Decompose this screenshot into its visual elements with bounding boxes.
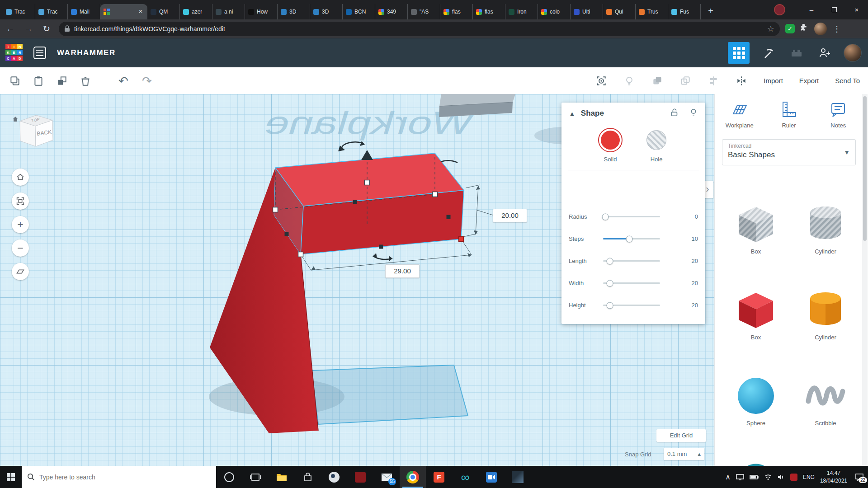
export-button[interactable]: Export (797, 73, 821, 88)
browser-tab[interactable]: 3D (278, 4, 310, 19)
maximize-button[interactable] (823, 0, 845, 19)
delete-button[interactable] (77, 72, 94, 89)
model-box-selected[interactable] (274, 153, 464, 254)
notes-tool[interactable]: Notes (816, 100, 861, 129)
hide-button[interactable] (621, 72, 638, 89)
address-bar[interactable]: tinkercad.com/things/dtkWOGVCgqe-warhamm… (59, 22, 780, 36)
cortana-button[interactable] (216, 466, 242, 488)
store-button[interactable] (295, 466, 321, 488)
browser-tab[interactable]: Ulti (571, 4, 603, 19)
browser-tab[interactable]: 3D (310, 4, 343, 19)
forward-button[interactable]: → (21, 21, 36, 37)
fit-view-button[interactable] (12, 192, 29, 210)
file-explorer-button[interactable] (269, 466, 295, 488)
msi-tray-icon[interactable] (790, 474, 797, 481)
slider-knob[interactable] (626, 235, 632, 242)
dimension-height-input[interactable]: 20.00 (493, 209, 527, 222)
browser-tab[interactable]: a ni (212, 4, 245, 19)
sidebar-scrollbar[interactable] (862, 94, 868, 466)
slider-value[interactable]: 10 (660, 235, 698, 242)
scrollbar-thumb[interactable] (863, 96, 867, 241)
infinity-app-button[interactable]: ∞ (452, 466, 478, 488)
gray-box-model[interactable] (439, 94, 515, 117)
lock-button[interactable] (670, 108, 679, 119)
design-menu-icon[interactable] (33, 47, 46, 59)
browser-tab[interactable]: azer (180, 4, 212, 19)
home-view-icon[interactable] (13, 117, 18, 122)
hole-option[interactable]: Hole (644, 128, 669, 163)
mirror-button[interactable] (733, 72, 750, 89)
snap-grid-dropdown[interactable]: 0.1 mm ▴ (664, 448, 704, 460)
slider-knob[interactable] (607, 258, 613, 264)
shape-partial-right[interactable] (792, 455, 859, 466)
browser-tab[interactable]: flas (473, 4, 505, 19)
import-button[interactable]: Import (761, 73, 786, 88)
tinkercad-logo[interactable]: TIN KER CAD (5, 44, 24, 62)
chrome-update-icon[interactable] (774, 4, 785, 15)
start-button[interactable] (0, 466, 22, 488)
shape-cylinder-orange[interactable]: Cylinder (792, 287, 859, 341)
workplane-tool[interactable]: Workplane (717, 100, 762, 129)
slider-track[interactable] (603, 305, 660, 306)
paste-button[interactable] (30, 72, 47, 89)
shape-partial-left[interactable] (722, 455, 790, 466)
collaborate-button[interactable] (816, 44, 834, 62)
taskbar-search[interactable] (22, 466, 216, 488)
dimension-width-input[interactable]: 29.00 (385, 264, 420, 278)
design-title[interactable]: WARHAMMER (57, 48, 116, 57)
task-view-button[interactable] (242, 466, 269, 488)
msi-center-button[interactable] (347, 466, 373, 488)
visibility-button[interactable] (689, 108, 698, 119)
slider-knob[interactable] (607, 280, 613, 286)
edit-grid-button[interactable]: Edit Grid (656, 429, 706, 442)
slider-track[interactable] (603, 260, 660, 262)
search-input[interactable] (39, 474, 193, 481)
action-center-button[interactable]: 22 (853, 470, 866, 484)
browser-tab[interactable]: "AS (408, 4, 440, 19)
shape-cylinder-striped[interactable]: Cylinder (792, 202, 859, 255)
new-tab-button[interactable]: + (704, 5, 717, 18)
ungroup-button[interactable] (677, 72, 694, 89)
browser-tab[interactable]: Mail (68, 4, 100, 19)
browser-tab[interactable]: Qul (603, 4, 636, 19)
minimize-button[interactable]: – (800, 0, 823, 19)
browser-tab[interactable]: Trac (3, 4, 35, 19)
ruler-tool[interactable]: Ruler (766, 100, 811, 129)
battery-icon[interactable] (750, 474, 759, 480)
browser-tab[interactable]: How (245, 4, 278, 19)
slider-knob[interactable] (607, 302, 613, 309)
browser-tab[interactable]: Iron (505, 4, 538, 19)
send-to-button[interactable]: Send To (832, 73, 863, 88)
view-cube[interactable]: TOP BACK (12, 109, 57, 150)
shape-sphere[interactable]: Sphere (722, 373, 790, 427)
browser-tab[interactable]: Fus (668, 4, 701, 19)
browser-tab-active[interactable]: × (100, 4, 147, 19)
slider-track[interactable] (603, 282, 660, 284)
camera-app-button[interactable] (478, 466, 505, 488)
tab-close-icon[interactable]: × (137, 8, 144, 15)
chrome-taskbar-button[interactable] (400, 466, 426, 488)
zoom-in-button[interactable]: + (12, 216, 29, 233)
browser-tab[interactable]: QM (147, 4, 180, 19)
raise-cone-handle[interactable] (361, 150, 373, 160)
zoom-out-button[interactable]: − (12, 239, 29, 257)
display-icon[interactable] (736, 474, 744, 480)
blocks-pickaxe-button[interactable] (760, 44, 778, 62)
redo-button[interactable]: ↷ (138, 72, 156, 89)
scale-handle-active[interactable] (459, 237, 464, 242)
browser-tab[interactable]: 349 (375, 4, 408, 19)
slider-track[interactable] (603, 238, 660, 239)
mail-button[interactable]: 55 (373, 466, 400, 488)
reload-button[interactable]: ↻ (39, 21, 54, 37)
browser-tab[interactable]: Trac (35, 4, 68, 19)
wifi-icon[interactable] (764, 474, 772, 480)
slider-knob[interactable] (602, 213, 609, 220)
back-button[interactable]: ← (3, 21, 18, 37)
undo-button[interactable]: ↶ (115, 72, 132, 89)
perspective-toggle-button[interactable] (12, 263, 29, 280)
slider-value[interactable]: 20 (660, 280, 698, 286)
steam-button[interactable] (321, 466, 347, 488)
photo-app-button[interactable] (505, 466, 531, 488)
show-all-button[interactable] (593, 72, 610, 89)
profile-avatar[interactable] (814, 23, 827, 35)
